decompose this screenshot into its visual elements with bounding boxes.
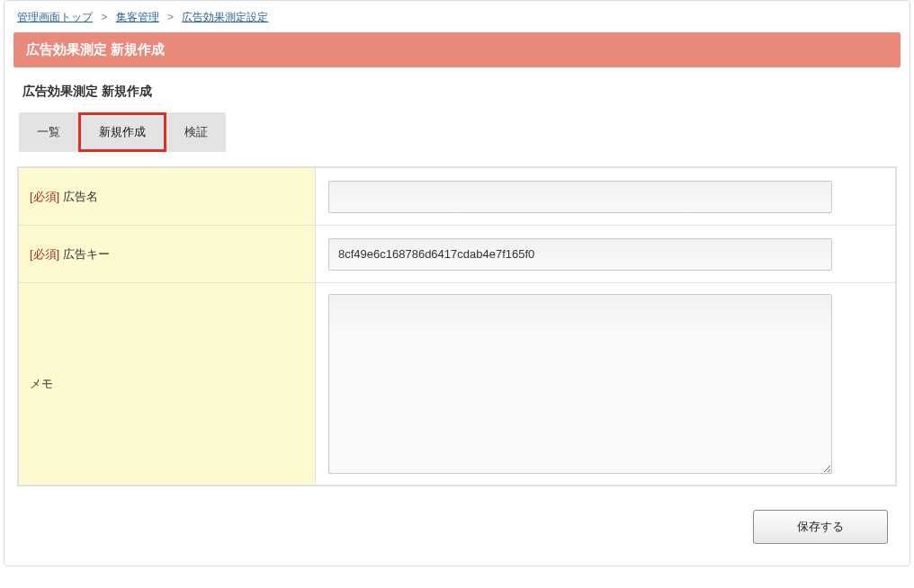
section-subtitle: 広告効果測定 新規作成: [4, 67, 910, 109]
label-ad-key-text: 広告キー: [63, 246, 110, 263]
label-memo: メモ: [19, 283, 316, 485]
tab-verify[interactable]: 検証: [166, 112, 226, 152]
form-row-ad-name: [必須] 広告名: [19, 168, 895, 226]
page-title-text: 広告効果測定 新規作成: [26, 41, 165, 57]
memo-textarea[interactable]: [328, 294, 832, 474]
label-ad-name-text: 広告名: [63, 189, 98, 205]
control-memo: [316, 283, 895, 485]
form-row-ad-key: [必須] 広告キー: [19, 226, 895, 283]
label-ad-name: [必須] 広告名: [19, 168, 316, 225]
save-button[interactable]: 保存する: [753, 510, 888, 544]
form-table: [必須] 広告名 [必須] 広告キー メモ: [17, 166, 897, 486]
tab-list[interactable]: 一覧: [19, 112, 78, 152]
control-ad-key: [316, 226, 895, 282]
required-tag: [必須]: [30, 189, 59, 205]
control-ad-name: [316, 168, 895, 225]
actions-bar: 保存する: [4, 486, 910, 548]
breadcrumb: 管理画面トップ > 集客管理 > 広告効果測定設定: [4, 1, 910, 32]
breadcrumb-link-marketing[interactable]: 集客管理: [116, 11, 159, 23]
breadcrumb-separator: >: [101, 11, 107, 23]
breadcrumb-link-top[interactable]: 管理画面トップ: [17, 11, 93, 23]
page-title-banner: 広告効果測定 新規作成: [13, 32, 901, 67]
tabs: 一覧 新規作成 検証: [4, 109, 910, 152]
label-memo-text: メモ: [30, 376, 53, 392]
required-tag: [必須]: [30, 246, 59, 263]
label-ad-key: [必須] 広告キー: [19, 226, 316, 282]
tab-create[interactable]: 新規作成: [78, 112, 166, 152]
ad-name-input[interactable]: [328, 181, 832, 213]
ad-key-input[interactable]: [328, 238, 832, 271]
form-row-memo: メモ: [19, 283, 895, 485]
breadcrumb-separator: >: [167, 11, 174, 23]
page-container: 管理画面トップ > 集客管理 > 広告効果測定設定 広告効果測定 新規作成 広告…: [4, 0, 910, 566]
breadcrumb-link-ad-settings[interactable]: 広告効果測定設定: [182, 11, 268, 23]
